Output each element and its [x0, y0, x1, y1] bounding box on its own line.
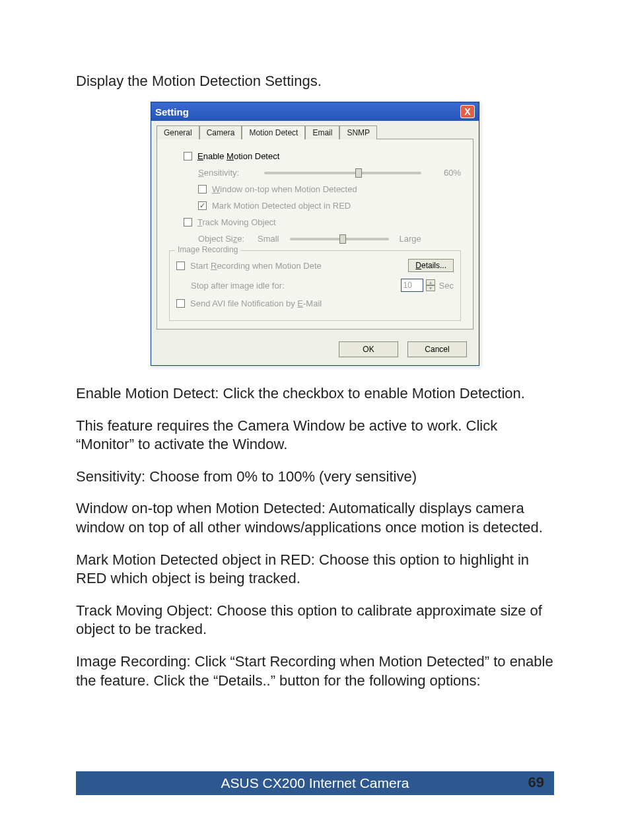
para-window-on-top: Window on-top when Motion Detected: Auto…	[76, 499, 554, 537]
start-recording-checkbox[interactable]	[176, 262, 185, 270]
object-size-thumb[interactable]	[339, 234, 346, 244]
dialog-titlebar: Setting X	[151, 102, 479, 121]
cancel-button[interactable]: Cancel	[407, 341, 467, 357]
image-recording-legend: Image Recording	[175, 245, 240, 254]
window-on-top-label: Window on-top when Motion Detected	[212, 184, 357, 194]
ok-button[interactable]: OK	[339, 341, 398, 357]
stop-after-spinner[interactable]: ▴▾	[426, 279, 435, 291]
tab-motion-detect[interactable]: Motion Detect	[242, 125, 305, 139]
intro-text: Display the Motion Detection Settings.	[76, 73, 554, 90]
spinner-up-icon[interactable]: ▴	[426, 279, 435, 285]
tab-general[interactable]: General	[157, 125, 199, 139]
object-size-label: Object Size:	[198, 234, 258, 244]
tab-strip: General Camera Motion Detect Email SNMP	[151, 121, 479, 139]
page-number: 69	[528, 774, 544, 791]
motion-detect-panel: Enable Motion Detect Sensitivity: 60% Wi…	[157, 139, 473, 330]
track-moving-checkbox[interactable]	[184, 218, 192, 227]
track-moving-label: Track Moving Object	[197, 217, 276, 227]
enable-motion-label: Enable Motion Detect	[197, 151, 279, 161]
tab-email[interactable]: Email	[305, 125, 339, 139]
sensitivity-thumb[interactable]	[355, 168, 362, 178]
footer-bar: ASUS CX200 Internet Camera	[76, 771, 554, 795]
para-image-recording: Image Recording: Click “Start Recording …	[76, 652, 554, 690]
mark-red-label: Mark Motion Detected object in RED	[212, 201, 351, 211]
send-avi-checkbox[interactable]	[176, 299, 185, 308]
stop-after-unit: Sec	[439, 281, 454, 291]
enable-motion-checkbox[interactable]	[184, 152, 192, 160]
settings-dialog: Setting X General Camera Motion Detect E…	[151, 102, 479, 366]
window-on-top-checkbox[interactable]	[198, 185, 207, 193]
object-size-large: Large	[400, 234, 421, 244]
object-size-small: Small	[258, 234, 279, 244]
stop-after-input[interactable]: 10	[401, 279, 423, 292]
mark-red-checkbox[interactable]	[198, 201, 207, 210]
details-button[interactable]: Details...	[408, 259, 454, 272]
start-recording-label: Start Recording when Motion Dete	[190, 261, 408, 271]
dialog-title: Setting	[155, 106, 189, 118]
tab-camera[interactable]: Camera	[199, 125, 242, 139]
dialog-button-row: OK Cancel	[151, 335, 479, 365]
close-icon[interactable]: X	[460, 105, 475, 118]
spinner-down-icon[interactable]: ▾	[426, 285, 435, 291]
sensitivity-label: Sensitivity:	[198, 168, 258, 178]
para-enable: Enable Motion Detect: Click the checkbox…	[76, 384, 554, 403]
para-sensitivity: Sensitivity: Choose from 0% to 100% (ver…	[76, 468, 554, 487]
object-size-slider[interactable]	[290, 238, 389, 240]
para-track: Track Moving Object: Choose this option …	[76, 602, 554, 639]
tab-snmp[interactable]: SNMP	[339, 125, 377, 139]
send-avi-label: Send AVI file Notification by E-Mail	[190, 298, 322, 308]
para-mark-red: Mark Motion Detected object in RED: Choo…	[76, 551, 554, 588]
sensitivity-value: 60%	[428, 168, 461, 178]
para-feature: This feature requires the Camera Window …	[76, 417, 554, 454]
sensitivity-slider[interactable]	[264, 172, 421, 174]
stop-after-label: Stop after image idle for:	[191, 281, 401, 291]
image-recording-group: Image Recording Start Recording when Mot…	[169, 250, 461, 321]
